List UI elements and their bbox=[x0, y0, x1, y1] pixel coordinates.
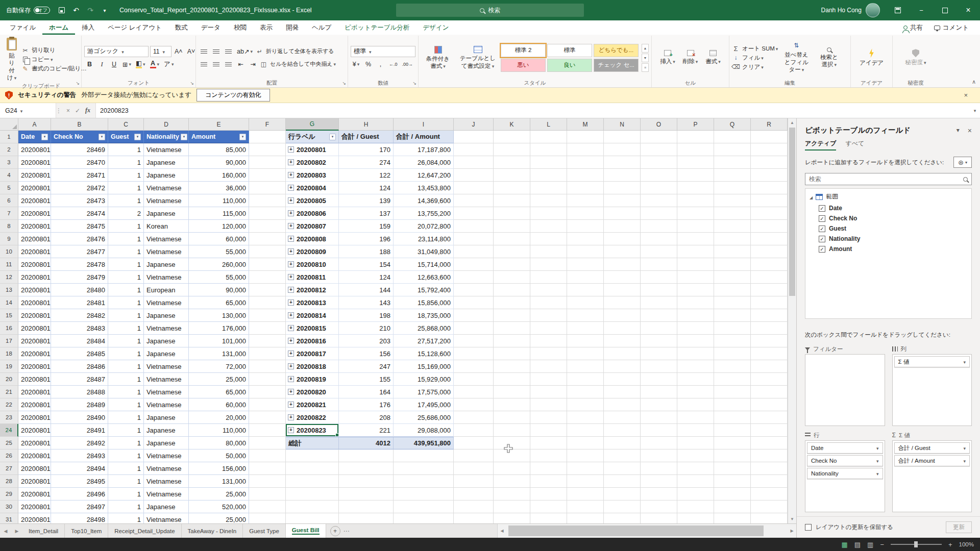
grid-cell[interactable] bbox=[677, 449, 714, 462]
grid-cell[interactable] bbox=[454, 245, 494, 258]
grid-cell[interactable] bbox=[604, 258, 641, 271]
grid-cell[interactable] bbox=[494, 143, 530, 156]
grid-cell[interactable] bbox=[567, 309, 604, 322]
increase-decimal-button[interactable]: ←.0 bbox=[387, 59, 399, 70]
grid-cell[interactable] bbox=[641, 437, 677, 449]
horizontal-scrollbar[interactable] bbox=[497, 524, 796, 538]
grid-cell[interactable] bbox=[641, 373, 677, 386]
ribbon-tab-校閲[interactable]: 校閲 bbox=[227, 20, 253, 35]
filter-dropdown-icon[interactable] bbox=[239, 134, 246, 140]
expand-icon[interactable] bbox=[288, 338, 294, 344]
grid-cell-A29[interactable]: 20200801 bbox=[18, 488, 51, 500]
row-header-18[interactable]: 18 bbox=[0, 347, 18, 360]
sheet-tab-guest-bill[interactable]: Guest Bill bbox=[286, 524, 326, 538]
column-header-C[interactable]: C bbox=[108, 118, 144, 131]
grid-cell[interactable] bbox=[751, 169, 788, 182]
grid-cell[interactable] bbox=[641, 131, 677, 143]
column-header-G[interactable]: G bbox=[286, 118, 339, 131]
grid-cell[interactable] bbox=[339, 449, 394, 462]
gallery-up-button[interactable]: ▲ bbox=[642, 44, 649, 53]
font-size-combo[interactable]: 11 bbox=[150, 46, 172, 57]
expand-icon[interactable] bbox=[288, 287, 294, 293]
grid-cell[interactable] bbox=[677, 156, 714, 169]
pivot-value-cell[interactable]: 208 bbox=[339, 411, 394, 424]
grid-cell-A21[interactable]: 20200801 bbox=[18, 386, 51, 398]
grid-cell-B11[interactable]: 28478 bbox=[51, 258, 108, 271]
sheet-tabs-more-button[interactable] bbox=[340, 524, 353, 538]
grid-cell[interactable] bbox=[604, 437, 641, 449]
expand-icon[interactable] bbox=[288, 350, 294, 357]
pivot-value-cell[interactable]: 17,495,000 bbox=[394, 398, 454, 411]
grid-cell[interactable] bbox=[454, 347, 494, 360]
add-sheet-button[interactable] bbox=[330, 526, 340, 536]
grid-cell-E15[interactable]: 130,000 bbox=[189, 309, 249, 322]
grid-cell-B3[interactable]: 28470 bbox=[51, 156, 108, 169]
grid-cell[interactable] bbox=[454, 131, 494, 143]
grid-cell[interactable] bbox=[751, 131, 788, 143]
grid-cell[interactable] bbox=[249, 335, 286, 347]
italic-button[interactable]: I bbox=[96, 59, 107, 70]
grid-cell[interactable] bbox=[714, 169, 751, 182]
sheet-tab-top10-item[interactable]: Top10_Item bbox=[65, 524, 108, 538]
grid-cell-D2[interactable]: Vietnamese bbox=[144, 143, 189, 156]
grid-cell[interactable] bbox=[454, 437, 494, 449]
expand-formula-bar-button[interactable] bbox=[970, 103, 980, 118]
grid-cell[interactable] bbox=[530, 513, 567, 523]
comments-button[interactable]: コメント bbox=[930, 22, 973, 34]
grid-cell[interactable] bbox=[677, 347, 714, 360]
grid-cell-C4[interactable]: 1 bbox=[108, 169, 144, 182]
gallery-more-button[interactable]: ≡ bbox=[642, 63, 649, 72]
grid-cell-E26[interactable]: 50,000 bbox=[189, 449, 249, 462]
grid-cell[interactable] bbox=[604, 182, 641, 194]
sheet-nav-left-icon[interactable]: ◀ bbox=[0, 524, 11, 538]
grid-cell-D8[interactable]: Korean bbox=[144, 220, 189, 233]
vertical-scroll-thumb[interactable] bbox=[789, 128, 795, 296]
grid-cell[interactable] bbox=[567, 207, 604, 220]
pivot-value-cell[interactable]: 15,128,600 bbox=[394, 347, 454, 360]
zoom-level[interactable]: 100% bbox=[959, 541, 974, 547]
row-header-11[interactable]: 11 bbox=[0, 258, 18, 271]
pivot-value-cell[interactable]: 164 bbox=[339, 386, 394, 398]
grid-cell[interactable] bbox=[567, 245, 604, 258]
grid-cell[interactable] bbox=[249, 169, 286, 182]
pivot-row-label-20200819[interactable]: 20200819 bbox=[286, 373, 339, 386]
grid-cell[interactable] bbox=[249, 258, 286, 271]
align-left-button[interactable] bbox=[199, 59, 209, 69]
grid-cell[interactable] bbox=[714, 182, 751, 194]
row-header-25[interactable]: 25 bbox=[0, 437, 18, 449]
row-header-26[interactable]: 26 bbox=[0, 449, 18, 462]
grid-cell-A4[interactable]: 20200801 bbox=[18, 169, 51, 182]
number-format-combo[interactable]: 標準 bbox=[351, 46, 415, 57]
grid-cell-E24[interactable]: 110,000 bbox=[189, 424, 249, 437]
search-box[interactable]: 検索 bbox=[396, 4, 584, 17]
pivot-row-label-20200808[interactable]: 20200808 bbox=[286, 233, 339, 245]
grid-cell[interactable] bbox=[751, 258, 788, 271]
grid-cell[interactable] bbox=[454, 475, 494, 488]
grid-cell[interactable] bbox=[677, 488, 714, 500]
grid-cell[interactable] bbox=[604, 347, 641, 360]
grid-cell[interactable] bbox=[454, 194, 494, 207]
grid-cell[interactable] bbox=[714, 411, 751, 424]
undo-button[interactable] bbox=[69, 4, 83, 17]
grid-cell[interactable] bbox=[567, 475, 604, 488]
fill-button[interactable]: フィル bbox=[732, 54, 778, 62]
grid-cell-E18[interactable]: 131,000 bbox=[189, 347, 249, 360]
grid-cell-E9[interactable]: 60,000 bbox=[189, 233, 249, 245]
grid-cell[interactable] bbox=[249, 488, 286, 500]
grid-cell[interactable] bbox=[249, 360, 286, 373]
page-break-view-button[interactable]: ▥ bbox=[867, 541, 873, 548]
sensitivity-button[interactable]: 秘密度 bbox=[902, 48, 929, 67]
grid-cell[interactable] bbox=[454, 500, 494, 513]
column-header-Q[interactable]: Q bbox=[714, 118, 751, 131]
area-filters-box[interactable] bbox=[805, 354, 885, 426]
grid-cell[interactable] bbox=[751, 424, 788, 437]
pivot-row-label-20200821[interactable]: 20200821 bbox=[286, 398, 339, 411]
grid-cell-A2[interactable]: 20200801 bbox=[18, 143, 51, 156]
field-checkbox[interactable] bbox=[819, 236, 825, 242]
sheet-tab-receipt-detail-update[interactable]: Receipt_Detail_Update bbox=[108, 524, 181, 538]
pivot-value-cell[interactable]: 27,517,200 bbox=[394, 335, 454, 347]
grid-cell-B12[interactable]: 28479 bbox=[51, 271, 108, 284]
grid-cell-E29[interactable]: 25,000 bbox=[189, 488, 249, 500]
grid-cell-D10[interactable]: Vietnamese bbox=[144, 245, 189, 258]
grid-cell[interactable] bbox=[604, 220, 641, 233]
